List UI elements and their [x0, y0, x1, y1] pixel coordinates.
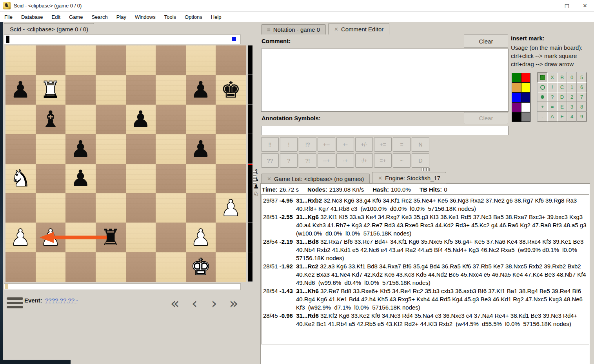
board-square[interactable]: [186, 45, 216, 75]
engine-analysis-text[interactable]: 29/37 -4.95 31...Rxb2 32.Nc3 Kg6 33.g4 K…: [261, 194, 589, 344]
board-square[interactable]: [5, 134, 36, 163]
tab-game-list-clipbase-no-games-[interactable]: ✕Game List: <clipbase> (no games): [261, 174, 370, 184]
annotation-clear-button[interactable]: Clear: [464, 112, 508, 124]
chess-board[interactable]: ♟♜♟♚♝♟♟♟♞♟♟♟♟♜♟♚: [5, 45, 246, 282]
mark-color-swatch[interactable]: [521, 102, 530, 112]
chess-piece-bp-g7[interactable]: ♟: [186, 75, 216, 104]
close-button[interactable]: ✕: [576, 0, 594, 12]
mark-circle-button[interactable]: [538, 82, 547, 92]
chess-piece-wn-a4[interactable]: ♞: [5, 164, 36, 193]
board-square[interactable]: [156, 193, 186, 223]
menu-help[interactable]: Help: [207, 13, 226, 22]
mark-button-5[interactable]: 5: [577, 72, 587, 82]
annotation-symbol-button[interactable]: ?: [280, 153, 298, 168]
board-square[interactable]: [65, 45, 96, 75]
chess-piece-wp-a2[interactable]: ♟: [5, 223, 36, 252]
chess-piece-wp-h3[interactable]: ♟: [216, 193, 246, 223]
mark-color-swatch[interactable]: [512, 92, 521, 102]
board-square[interactable]: [65, 223, 96, 252]
chess-piece-bp-c4[interactable]: ♟: [65, 164, 96, 193]
board-square[interactable]: [65, 193, 96, 223]
engine-line[interactable]: 29/37 -4.95 31...Rxb2 32.Nc3 Kg6 33.g4 K…: [263, 196, 588, 213]
mark-square-button[interactable]: [538, 72, 547, 82]
annotation-symbol-button[interactable]: !!: [261, 137, 279, 152]
nav-prev-icon[interactable]: ‹: [188, 295, 201, 312]
board-square[interactable]: [216, 45, 246, 75]
menu-play[interactable]: Play: [112, 13, 131, 22]
mark-button-8[interactable]: 8: [577, 102, 587, 112]
annotation-symbol-button[interactable]: +=: [374, 137, 392, 152]
board-square[interactable]: [216, 252, 246, 282]
board-square[interactable]: [186, 105, 216, 134]
mark-button-X[interactable]: X: [547, 72, 557, 82]
board-square[interactable]: [216, 164, 246, 193]
mark-button-C[interactable]: C: [557, 82, 567, 92]
move-entry-bar[interactable]: [4, 34, 241, 44]
board-square[interactable]: [186, 164, 216, 193]
mark-button-=[interactable]: =: [547, 102, 557, 112]
chess-piece-bb-b6[interactable]: ♝: [36, 105, 66, 134]
annotation-symbol-button[interactable]: +-: [336, 137, 354, 152]
annotation-symbol-button[interactable]: +/-: [355, 137, 373, 152]
mark-button-B[interactable]: B: [557, 72, 567, 82]
chess-piece-bp-c5[interactable]: ♟: [65, 134, 96, 163]
mark-color-swatch[interactable]: [521, 83, 530, 92]
engine-line[interactable]: 28/54 -1.43 31...Kh6 32.Re7 Bd8 33.Rxe6+…: [263, 287, 588, 311]
board-square[interactable]: [96, 134, 126, 163]
chess-piece-wp-b2[interactable]: ♟: [36, 223, 66, 252]
chess-piece-br-d2[interactable]: ♜: [96, 223, 126, 252]
maximize-button[interactable]: □: [558, 0, 576, 12]
tab-comment-editor[interactable]: ✕Comment Editor: [328, 23, 389, 34]
mark-dot-button[interactable]: [538, 92, 547, 102]
annotation-symbol-button[interactable]: ??: [261, 153, 279, 168]
board-square[interactable]: [65, 105, 96, 134]
comment-textarea[interactable]: [261, 49, 509, 112]
board-square[interactable]: [36, 134, 66, 163]
board-square[interactable]: [96, 164, 126, 193]
menu-game[interactable]: Game: [65, 13, 87, 22]
tab-notation-game-0[interactable]: ≡Notation - game 0: [261, 24, 326, 34]
board-square[interactable]: [126, 45, 156, 75]
mark-button-A[interactable]: A: [547, 112, 557, 121]
board-square[interactable]: [96, 105, 126, 134]
mark-button-E[interactable]: E: [557, 102, 567, 112]
mark-button-![interactable]: !: [547, 82, 557, 92]
annotation-input[interactable]: [261, 126, 509, 135]
annotation-symbol-button[interactable]: -+: [336, 153, 354, 168]
annotation-symbol-button[interactable]: N: [412, 137, 429, 152]
chess-piece-wr-b7[interactable]: ♜: [36, 75, 66, 104]
menu-search[interactable]: Search: [87, 13, 112, 22]
nav-first-icon[interactable]: «: [168, 295, 182, 312]
chess-piece-bk-h7[interactable]: ♚: [216, 75, 246, 104]
board-square[interactable]: [5, 252, 36, 282]
board-square[interactable]: [5, 193, 36, 223]
vertical-sash-grip[interactable]: [253, 171, 256, 184]
minimize-button[interactable]: —: [540, 0, 558, 12]
nav-last-icon[interactable]: »: [227, 295, 240, 312]
mark-color-swatch[interactable]: [521, 92, 530, 102]
board-square[interactable]: [126, 252, 156, 282]
board-square[interactable]: [36, 45, 66, 75]
board-square[interactable]: [156, 134, 186, 163]
mark-color-swatch[interactable]: [512, 112, 521, 122]
nav-next-icon[interactable]: ›: [207, 295, 221, 312]
mark-button-F[interactable]: F: [557, 112, 567, 121]
mark-color-swatch[interactable]: [512, 83, 521, 92]
annotation-symbol-button[interactable]: ~: [393, 153, 411, 168]
engine-line[interactable]: 28/54 -2.19 31...Bd8 32.Rxa7 Bf6 33.Rc7 …: [263, 237, 588, 262]
board-square[interactable]: [156, 252, 186, 282]
mark-button--[interactable]: -: [538, 112, 547, 121]
board-square[interactable]: [216, 223, 246, 252]
board-square[interactable]: [96, 75, 126, 104]
board-square[interactable]: [96, 193, 126, 223]
board-square[interactable]: [156, 164, 186, 193]
menu-file[interactable]: File: [0, 13, 17, 22]
menu-options[interactable]: Options: [180, 13, 207, 22]
board-square[interactable]: [216, 134, 246, 163]
board-square[interactable]: [36, 252, 66, 282]
chess-piece-bp-a7[interactable]: ♟: [5, 75, 36, 104]
annotation-symbol-button[interactable]: =: [393, 137, 411, 152]
board-square[interactable]: [126, 223, 156, 252]
board-square[interactable]: [126, 193, 156, 223]
annotation-symbol-button[interactable]: -/+: [355, 153, 373, 168]
